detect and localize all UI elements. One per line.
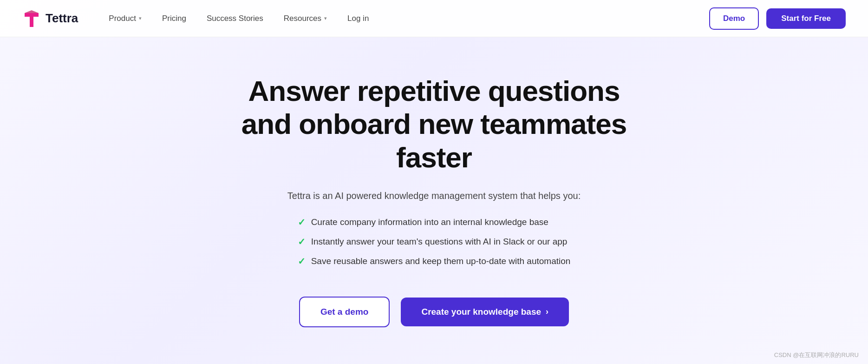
check-icon-2: ✓ xyxy=(298,235,306,248)
check-icon-3: ✓ xyxy=(298,255,306,268)
nav-success-stories[interactable]: Success Stories xyxy=(198,10,272,27)
demo-button[interactable]: Demo xyxy=(709,7,759,30)
arrow-right-icon: › xyxy=(546,307,548,317)
create-kb-label: Create your knowledge base xyxy=(421,307,541,317)
nav-pricing[interactable]: Pricing xyxy=(154,10,195,27)
logo-link[interactable]: Tettra xyxy=(22,9,78,28)
hero-features-list: ✓ Curate company information into an int… xyxy=(298,216,571,274)
navbar: Tettra Product ▾ Pricing Success Stories… xyxy=(0,0,868,37)
hero-title: Answer repetitive questions and onboard … xyxy=(235,74,634,174)
nav-links: Product ▾ Pricing Success Stories Resour… xyxy=(100,10,709,27)
svg-marker-0 xyxy=(25,13,39,27)
nav-resources[interactable]: Resources ▾ xyxy=(275,10,335,27)
tettra-logo-icon xyxy=(22,9,41,28)
resources-chevron-icon: ▾ xyxy=(324,15,327,21)
nav-login[interactable]: Log in xyxy=(339,10,377,27)
nav-product[interactable]: Product ▾ xyxy=(100,10,150,27)
product-chevron-icon: ▾ xyxy=(139,15,142,21)
feature-item-1: ✓ Curate company information into an int… xyxy=(298,216,571,229)
hero-subtitle: Tettra is an AI powered knowledge manage… xyxy=(287,189,581,203)
check-icon-1: ✓ xyxy=(298,216,306,229)
hero-cta-buttons: Get a demo Create your knowledge base › xyxy=(299,297,569,327)
svg-marker-1 xyxy=(25,10,39,13)
start-free-button[interactable]: Start for Free xyxy=(766,8,846,29)
create-knowledge-base-button[interactable]: Create your knowledge base › xyxy=(401,298,569,326)
get-demo-button[interactable]: Get a demo xyxy=(299,297,390,327)
nav-cta-area: Demo Start for Free xyxy=(709,7,846,30)
watermark: CSDN @在互联网冲浪的RURU xyxy=(774,351,859,359)
feature-item-3: ✓ Save reusable answers and keep them up… xyxy=(298,255,571,268)
feature-text-1: Curate company information into an inter… xyxy=(311,216,548,229)
feature-item-2: ✓ Instantly answer your team's questions… xyxy=(298,235,571,248)
brand-name: Tettra xyxy=(46,11,78,26)
feature-text-3: Save reusable answers and keep them up-t… xyxy=(311,255,571,268)
hero-section: Answer repetitive questions and onboard … xyxy=(0,37,868,355)
feature-text-2: Instantly answer your team's questions w… xyxy=(311,236,568,248)
